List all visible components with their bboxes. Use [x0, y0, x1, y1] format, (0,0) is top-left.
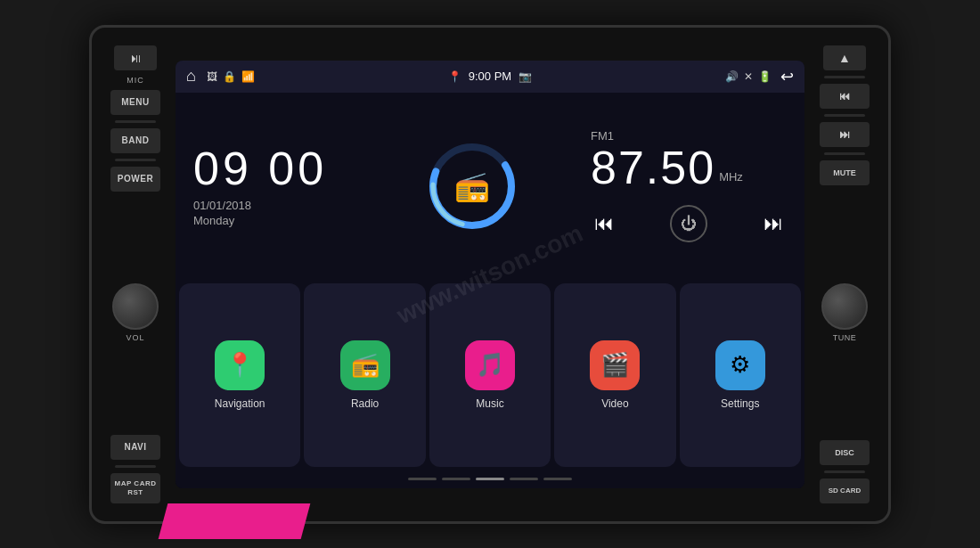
fm-band-label: FM1	[591, 129, 787, 143]
clock-day: Monday	[193, 214, 354, 227]
lock-icon: 🔒	[223, 70, 236, 83]
clock-date: 01/01/2018	[193, 199, 354, 212]
music-icon-circle: 🎵	[465, 340, 515, 390]
radio-visual-section: 📻	[372, 93, 573, 280]
play-pause-button[interactable]: ⏯	[114, 45, 157, 70]
separator	[824, 470, 865, 473]
radio-icon-circle: 📻	[340, 340, 390, 390]
disc-button[interactable]: DISC	[820, 440, 870, 465]
status-right: 🔊 ✕ 🔋 ↩	[725, 67, 794, 86]
main-content: 09 00 01/01/2018 Monday	[176, 93, 804, 488]
video-label: Video	[601, 397, 628, 410]
settings-icon: ⚙	[730, 351, 750, 379]
map-card-button[interactable]: MAP CARD RST	[110, 473, 160, 503]
left-top-controls: ⏯ MIC MENU BAND POWER	[104, 45, 167, 192]
car-unit: ⏯ MIC MENU BAND POWER VOL NAVI MAP CARD …	[89, 25, 891, 524]
location-icon: 📍	[448, 70, 461, 83]
status-left: ⌂ 🖼 🔒 📶	[186, 67, 255, 86]
tune-knob[interactable]	[821, 283, 868, 330]
close-icon: ✕	[744, 70, 753, 83]
mute-button[interactable]: MUTE	[820, 160, 870, 185]
tune-label: TUNE	[833, 333, 857, 342]
separator	[824, 114, 865, 117]
navi-button[interactable]: NAVI	[110, 435, 160, 460]
pink-decoration	[159, 503, 311, 539]
apps-grid: 📍 Navigation 📻 Radio 🎵 Music	[176, 280, 804, 470]
separator	[115, 159, 156, 161]
navigation-icon-circle: 📍	[215, 340, 265, 390]
left-panel: ⏯ MIC MENU BAND POWER VOL NAVI MAP CARD …	[104, 38, 167, 511]
band-button[interactable]: BAND	[110, 128, 160, 153]
battery-icon: 🔋	[758, 70, 772, 83]
video-icon: 🎬	[600, 351, 629, 379]
navigation-icon: 📍	[225, 351, 254, 379]
clock-section: 09 00 01/01/2018 Monday	[176, 93, 372, 280]
vol-knob[interactable]	[112, 283, 159, 330]
status-bar: ⌂ 🖼 🔒 📶 📍 9:00 PM 📷 🔊 ✕ 🔋 ↩	[176, 61, 804, 93]
clock-time: 09 00	[193, 145, 354, 192]
radio-circle[interactable]: 📻	[428, 142, 517, 231]
bottom-bar	[176, 470, 804, 488]
play-pause-icon: ⏯	[129, 51, 142, 65]
eject-button[interactable]: ▲	[823, 45, 866, 70]
page-dot-3-active	[476, 478, 504, 480]
map-card-label: MAP CARD	[115, 479, 157, 487]
status-time: 9:00 PM	[469, 70, 511, 83]
radio-center-icon: 📻	[454, 169, 490, 203]
music-icon: 🎵	[476, 351, 504, 379]
right-bottom-controls: DISC SD CARD	[813, 440, 876, 503]
status-icons: 🖼 🔒 📶	[207, 70, 255, 83]
camera-icon: 📷	[519, 70, 532, 83]
eject-icon: ▲	[838, 51, 851, 65]
tune-knob-section: TUNE	[821, 283, 868, 342]
fm-unit-label: MHz	[719, 170, 743, 184]
app-tile-music[interactable]: 🎵 Music	[429, 283, 551, 467]
vol-label: VOL	[126, 333, 144, 342]
fm-power-button[interactable]: ⏻	[670, 205, 707, 242]
right-panel: ▲ ⏮ ⏭ MUTE TUNE DISC SD CARD	[813, 38, 876, 511]
app-tile-radio[interactable]: 📻 Radio	[304, 283, 425, 467]
mic-label: MIC	[127, 76, 144, 85]
separator	[115, 120, 156, 123]
settings-label: Settings	[721, 397, 759, 410]
radio-app-icon: 📻	[351, 351, 380, 379]
menu-button[interactable]: MENU	[110, 90, 160, 115]
top-info: 09 00 01/01/2018 Monday	[176, 93, 804, 280]
fm-frequency-row: 87.50 MHz	[591, 144, 787, 191]
app-tile-navigation[interactable]: 📍 Navigation	[179, 283, 300, 467]
app-tile-video[interactable]: 🎬 Video	[554, 283, 675, 467]
page-dot-2	[442, 478, 470, 480]
navigation-label: Navigation	[215, 397, 265, 410]
status-right-icons: 🔊 ✕ 🔋	[725, 70, 772, 83]
fm-frequency-display: 87.50	[591, 144, 715, 191]
separator	[824, 76, 865, 78]
sim-icon: 📶	[241, 70, 255, 83]
back-button[interactable]: ↩	[780, 67, 794, 86]
app-tile-settings[interactable]: ⚙ Settings	[680, 283, 801, 467]
page-dot-1	[408, 478, 437, 480]
left-bottom-controls: NAVI MAP CARD RST	[104, 435, 167, 503]
home-icon[interactable]: ⌂	[186, 67, 196, 86]
skip-next-button[interactable]: ⏭	[820, 122, 870, 147]
music-label: Music	[476, 397, 503, 410]
volume-icon[interactable]: 🔊	[725, 70, 739, 83]
right-top-controls: ▲ ⏮ ⏭ MUTE	[813, 45, 876, 185]
separator	[824, 152, 865, 155]
separator	[115, 465, 156, 468]
fm-next-button[interactable]: ⏭	[764, 212, 783, 235]
screen: www.witson.com ⌂ 🖼 🔒 📶 📍 9:00 PM 📷 🔊 ✕	[176, 61, 804, 488]
status-center: 📍 9:00 PM 📷	[448, 70, 532, 83]
power-icon: ⏻	[681, 215, 697, 233]
fm-controls: ⏮ ⏻ ⏭	[591, 205, 787, 242]
page-dot-4	[510, 478, 538, 480]
settings-icon-circle: ⚙	[715, 340, 765, 390]
page-dot-5	[543, 478, 572, 480]
sd-card-button[interactable]: SD CARD	[820, 478, 870, 503]
radio-label: Radio	[351, 397, 379, 410]
fm-prev-button[interactable]: ⏮	[594, 212, 614, 235]
skip-prev-button[interactable]: ⏮	[820, 84, 870, 109]
video-icon-circle: 🎬	[590, 340, 640, 390]
power-button[interactable]: POWER	[110, 167, 160, 192]
fm-section: FM1 87.50 MHz ⏮ ⏻ ⏭	[573, 93, 804, 280]
gallery-icon: 🖼	[207, 70, 217, 83]
